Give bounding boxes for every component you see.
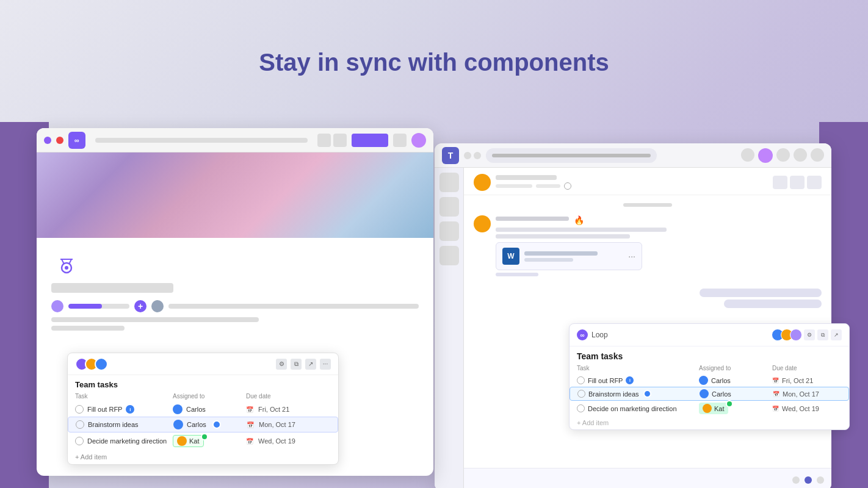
loop-task-name-3: Decide on marketing direction xyxy=(577,404,699,412)
teams-bottom-dot-2[interactable] xyxy=(805,476,812,484)
teams-reply-bar[interactable] xyxy=(496,273,538,276)
teams-sidebar-icon-4[interactable] xyxy=(439,246,459,265)
loop-card-title: Team tasks xyxy=(570,346,849,364)
loop-task-row-1[interactable]: Fill out RFP i Carlos 📅 Fri, Oct 21 xyxy=(570,374,849,387)
teams-emoji-1: 🔥 xyxy=(574,215,584,225)
loop-card-icons: ⚙ ⧉ ↗ xyxy=(804,329,842,340)
task-table-header-bar: ⚙ ⧉ ↗ ··· xyxy=(68,353,338,375)
loop-avatar-carlos-1 xyxy=(699,376,708,385)
loop-task-name-2: Brainstorm ideas xyxy=(577,390,700,398)
teams-msg-text-1b xyxy=(496,234,630,239)
task-date-1: 📅 Fri, Oct 21 xyxy=(246,406,307,413)
teams-msg-name-bar-1 xyxy=(496,217,569,221)
teams-sidebar-icon-3[interactable] xyxy=(439,221,459,241)
loop-checkbox-2[interactable] xyxy=(577,390,585,398)
teams-channel-user-row xyxy=(474,174,571,191)
loop-checkbox-3[interactable] xyxy=(577,404,585,412)
teams-dot-1[interactable] xyxy=(464,152,471,159)
teams-header-btn-3[interactable] xyxy=(807,176,822,189)
teams-sidebar-icon-2[interactable] xyxy=(439,197,459,217)
task-assignee-avatar-2 xyxy=(173,420,183,429)
loop-task-row-3[interactable]: Decide on marketing direction Kat 📅 Wed,… xyxy=(570,401,849,416)
loop-add-item[interactable]: + Add item xyxy=(570,416,849,429)
task-row-2[interactable]: Brainstorm ideas Carlos 📅 Mon, Oct 17 xyxy=(68,417,338,432)
task-icon-copy[interactable]: ⧉ xyxy=(291,359,302,370)
teams-msg-text-1a xyxy=(496,228,667,232)
task-avatar-3 xyxy=(95,357,108,371)
loop-checkbox-1[interactable] xyxy=(577,376,585,384)
loop-card-icon-settings[interactable]: ⚙ xyxy=(804,329,815,340)
teams-icon-3[interactable] xyxy=(794,148,807,162)
loop-assigned-3: Kat xyxy=(699,403,772,414)
traffic-light-purple[interactable] xyxy=(44,137,51,144)
loop-avatar-sm2 xyxy=(151,300,164,312)
traffic-light-red[interactable] xyxy=(56,137,63,144)
loop-date-2: 📅 Mon, Oct 17 xyxy=(773,390,834,398)
task-name-2: Brainstorm ideas xyxy=(76,420,173,429)
task-checkbox-1[interactable] xyxy=(75,405,84,414)
loop-share-button[interactable] xyxy=(352,134,388,147)
teams-msg-avatar-1 xyxy=(474,215,491,232)
task-assigned-kat-highlight: Kat xyxy=(173,435,204,447)
task-icon-settings[interactable]: ⚙ xyxy=(276,359,287,370)
loop-card-icon-share[interactable]: ↗ xyxy=(831,329,842,340)
loop-card-avatar-3 xyxy=(790,329,802,341)
loop-titlebar: ∞ xyxy=(37,128,433,152)
teams-search-bar[interactable] xyxy=(486,148,657,163)
teams-dot-2[interactable] xyxy=(474,152,481,159)
task-icon-share[interactable]: ↗ xyxy=(305,359,316,370)
teams-date-bar xyxy=(623,203,672,207)
task-checkbox-2[interactable] xyxy=(76,420,84,429)
teams-doc-more-btn[interactable]: ··· xyxy=(628,251,635,261)
teams-header-btn-1[interactable] xyxy=(773,176,787,189)
task-date-3: 📅 Wed, Oct 19 xyxy=(246,437,307,445)
teams-sidebar xyxy=(435,168,464,488)
teams-user-avatar[interactable] xyxy=(758,148,773,163)
loop-card-avatars xyxy=(772,329,799,341)
task-table-left: ⚙ ⧉ ↗ ··· Team tasks Task Assigned to Du… xyxy=(67,353,339,465)
teams-icon-4[interactable] xyxy=(811,148,824,162)
task-row-1[interactable]: Fill out RFP i Carlos 📅 Fri, Oct 21 xyxy=(68,402,338,417)
loop-col-date: Due date xyxy=(772,364,833,373)
loop-add-button[interactable]: + xyxy=(134,300,146,312)
loop-cursor-blue xyxy=(643,390,651,398)
loop-card-app-name: Loop xyxy=(591,331,608,339)
teams-response-bubbles xyxy=(474,289,822,308)
svg-line-2 xyxy=(62,259,64,264)
loop-card-icon-copy[interactable]: ⧉ xyxy=(817,329,828,340)
teams-header-btn-2[interactable] xyxy=(790,176,805,189)
teams-doc-info xyxy=(524,251,623,262)
teams-icon-2[interactable] xyxy=(776,148,790,162)
task-icon-more[interactable]: ··· xyxy=(320,359,331,370)
teams-bubble-2 xyxy=(724,300,822,308)
teams-sidebar-icon-1[interactable] xyxy=(439,173,459,192)
loop-task-name-1: Fill out RFP i xyxy=(577,376,699,384)
teams-bottom-dot-3[interactable] xyxy=(817,476,824,484)
col-assigned: Assigned to xyxy=(173,392,246,401)
teams-titlebar: T xyxy=(435,143,831,168)
teams-status-dot xyxy=(564,182,571,190)
loop-toolbar-icon3[interactable] xyxy=(393,134,407,147)
loop-text-bar-2 xyxy=(51,326,125,331)
loop-progress-avatar xyxy=(51,300,63,312)
task-checkbox-3[interactable] xyxy=(75,437,84,445)
teams-channel-name-bars xyxy=(496,175,571,190)
loop-assigned-2: Carlos xyxy=(700,389,773,398)
loop-toolbar-icon2[interactable] xyxy=(333,134,347,147)
task-row-3[interactable]: Decide marketing direction Kat 📅 Wed, Oc… xyxy=(68,432,338,450)
loop-assigned-kat: Kat xyxy=(699,403,728,414)
task-add-item[interactable]: + Add item xyxy=(68,450,338,464)
loop-hero-image xyxy=(37,152,433,238)
cursor-blue xyxy=(212,420,221,429)
loop-user-avatar xyxy=(411,133,426,148)
loop-progress-bar xyxy=(68,304,129,309)
teams-icon-1[interactable] xyxy=(741,148,754,162)
loop-badge-1: i xyxy=(626,376,634,384)
task-assigned-1: Carlos xyxy=(173,404,246,414)
teams-bottom-dot-1[interactable] xyxy=(792,476,800,484)
loop-task-row-2[interactable]: Brainstorm ideas Carlos 📅 Mon, Oct 17 xyxy=(570,387,849,401)
loop-page-title-bar xyxy=(51,283,173,293)
teams-doc-card: W ··· xyxy=(496,242,642,270)
loop-url-bar[interactable] xyxy=(95,138,308,143)
loop-toolbar-icon1[interactable] xyxy=(317,134,331,147)
